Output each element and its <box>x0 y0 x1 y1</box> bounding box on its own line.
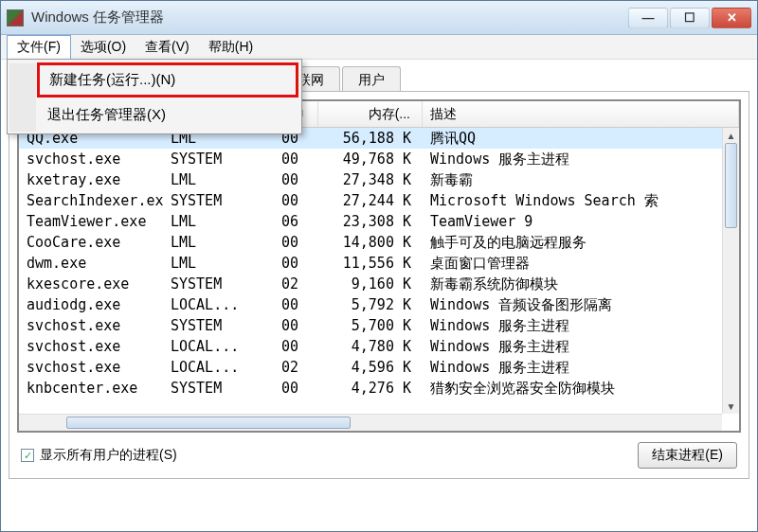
cell-cpu: 02 <box>262 357 318 378</box>
cell-desc: 新毒霸 <box>423 169 739 190</box>
cell-cpu: 06 <box>262 211 318 232</box>
cell-user: LOCAL... <box>163 294 262 315</box>
cell-mem: 5,700 K <box>318 315 423 336</box>
minimize-button[interactable]: — <box>628 8 668 28</box>
horizontal-scrollbar[interactable] <box>19 414 722 431</box>
cell-mem: 4,276 K <box>318 378 423 399</box>
cell-desc: 新毒霸系统防御模块 <box>423 274 739 294</box>
cell-name: TeamViewer.exe <box>19 211 163 232</box>
table-row[interactable]: audiodg.exeLOCAL...005,792 KWindows 音频设备… <box>19 294 739 315</box>
cell-mem: 27,244 K <box>318 190 423 211</box>
cell-desc: Windows 服务主进程 <box>423 357 739 378</box>
end-process-button[interactable]: 结束进程(E) <box>638 442 737 469</box>
hscroll-thumb[interactable] <box>66 417 351 429</box>
menu-exit-taskmgr[interactable]: 退出任务管理器(X) <box>36 98 299 132</box>
cell-desc: 腾讯QQ <box>423 128 739 149</box>
close-button[interactable]: ✕ <box>712 8 751 28</box>
cell-cpu: 00 <box>262 294 318 315</box>
vscroll-thumb[interactable] <box>725 143 737 228</box>
col-header-mem[interactable]: 内存(... <box>318 101 423 127</box>
process-table: 映像名称 用户名 CPU 内存(... 描述 QQ.exeLML0056,188… <box>17 99 741 433</box>
cell-user: SYSTEM <box>163 378 262 399</box>
cell-name: audiodg.exe <box>19 294 163 315</box>
show-all-users-checkbox[interactable]: ✓ 显示所有用户的进程(S) <box>21 447 177 464</box>
window-title: Windows 任务管理器 <box>31 9 164 27</box>
cell-name: dwm.exe <box>19 253 163 274</box>
menubar: 文件(F) 选项(O) 查看(V) 帮助(H) <box>1 35 757 60</box>
cell-name: svchost.exe <box>19 149 163 169</box>
menu-file[interactable]: 文件(F) <box>7 35 71 59</box>
task-manager-window: Windows 任务管理器 — ☐ ✕ 文件(F) 选项(O) 查看(V) 帮助… <box>0 0 758 532</box>
maximize-button[interactable]: ☐ <box>670 8 710 28</box>
table-row[interactable]: SearchIndexer.exeSYSTEM0027,244 KMicroso… <box>19 190 739 211</box>
cell-cpu: 00 <box>262 149 318 169</box>
col-header-desc[interactable]: 描述 <box>423 101 739 127</box>
processes-panel: 映像名称 用户名 CPU 内存(... 描述 QQ.exeLML0056,188… <box>9 92 749 479</box>
menu-help[interactable]: 帮助(H) <box>199 35 262 59</box>
cell-mem: 14,800 K <box>318 232 423 253</box>
cell-cpu: 00 <box>262 378 318 399</box>
cell-mem: 5,792 K <box>318 294 423 315</box>
table-row[interactable]: TeamViewer.exeLML0623,308 KTeamViewer 9 <box>19 211 739 232</box>
cell-name: svchost.exe <box>19 357 163 378</box>
cell-name: knbcenter.exe <box>19 378 163 399</box>
taskmgr-icon <box>7 9 24 27</box>
cell-desc: Windows 音频设备图形隔离 <box>423 294 739 315</box>
tab-users[interactable]: 用户 <box>342 66 401 91</box>
table-row[interactable]: kxetray.exeLML0027,348 K新毒霸 <box>19 169 739 190</box>
cell-cpu: 00 <box>262 232 318 253</box>
cell-cpu: 00 <box>262 169 318 190</box>
table-row[interactable]: CooCare.exeLML0014,800 K触手可及的电脑远程服务 <box>19 232 739 253</box>
cell-desc: 触手可及的电脑远程服务 <box>423 232 739 253</box>
cell-user: SYSTEM <box>163 149 262 169</box>
cell-desc: 猎豹安全浏览器安全防御模块 <box>423 378 739 399</box>
cell-desc: Windows 服务主进程 <box>423 336 739 357</box>
menu-new-task[interactable]: 新建任务(运行...)(N) <box>38 63 298 97</box>
cell-name: kxetray.exe <box>19 169 163 190</box>
cell-mem: 56,188 K <box>318 128 423 149</box>
cell-desc: TeamViewer 9 <box>423 211 739 232</box>
cell-mem: 4,596 K <box>318 357 423 378</box>
table-row[interactable]: svchost.exeLOCAL...004,780 KWindows 服务主进… <box>19 336 739 357</box>
table-row[interactable]: svchost.exeSYSTEM005,700 KWindows 服务主进程 <box>19 315 739 336</box>
menu-view[interactable]: 查看(V) <box>135 35 199 59</box>
table-row[interactable]: svchost.exeSYSTEM0049,768 KWindows 服务主进程 <box>19 149 739 169</box>
titlebar-left: Windows 任务管理器 <box>7 9 164 27</box>
file-menu-dropdown: 新建任务(运行...)(N) 退出任务管理器(X) <box>7 59 302 134</box>
file-menu-inner: 新建任务(运行...)(N) 退出任务管理器(X) <box>9 63 299 132</box>
table-row[interactable]: kxescore.exeSYSTEM029,160 K新毒霸系统防御模块 <box>19 274 739 294</box>
cell-mem: 27,348 K <box>318 169 423 190</box>
table-row[interactable]: dwm.exeLML0011,556 K桌面窗口管理器 <box>19 253 739 274</box>
cell-user: SYSTEM <box>163 274 262 294</box>
cell-desc: Windows 服务主进程 <box>423 315 739 336</box>
cell-mem: 11,556 K <box>318 253 423 274</box>
cell-user: SYSTEM <box>163 190 262 211</box>
cell-mem: 4,780 K <box>318 336 423 357</box>
cell-name: CooCare.exe <box>19 232 163 253</box>
window-controls: — ☐ ✕ <box>626 8 751 28</box>
scroll-down-arrow[interactable]: ▼ <box>723 399 739 414</box>
cell-user: LOCAL... <box>163 357 262 378</box>
cell-cpu: 00 <box>262 190 318 211</box>
cell-mem: 49,768 K <box>318 149 423 169</box>
cell-cpu: 00 <box>262 336 318 357</box>
scroll-up-arrow[interactable]: ▲ <box>723 128 739 143</box>
cell-name: kxescore.exe <box>19 274 163 294</box>
menu-options[interactable]: 选项(O) <box>71 35 135 59</box>
cell-cpu: 00 <box>262 253 318 274</box>
cell-name: SearchIndexer.exe <box>19 190 163 211</box>
vertical-scrollbar[interactable]: ▲ ▼ <box>722 128 739 414</box>
cell-user: SYSTEM <box>163 315 262 336</box>
cell-mem: 23,308 K <box>318 211 423 232</box>
checkbox-icon: ✓ <box>21 449 34 462</box>
show-all-users-label: 显示所有用户的进程(S) <box>40 447 177 464</box>
titlebar: Windows 任务管理器 — ☐ ✕ <box>1 1 757 35</box>
cell-mem: 9,160 K <box>318 274 423 294</box>
cell-user: LML <box>163 169 262 190</box>
table-row[interactable]: knbcenter.exeSYSTEM004,276 K猎豹安全浏览器安全防御模… <box>19 378 739 399</box>
cell-desc: 桌面窗口管理器 <box>423 253 739 274</box>
cell-cpu: 02 <box>262 274 318 294</box>
table-body: QQ.exeLML0056,188 K腾讯QQsvchost.exeSYSTEM… <box>19 128 739 399</box>
table-row[interactable]: svchost.exeLOCAL...024,596 KWindows 服务主进… <box>19 357 739 378</box>
cell-user: LML <box>163 211 262 232</box>
